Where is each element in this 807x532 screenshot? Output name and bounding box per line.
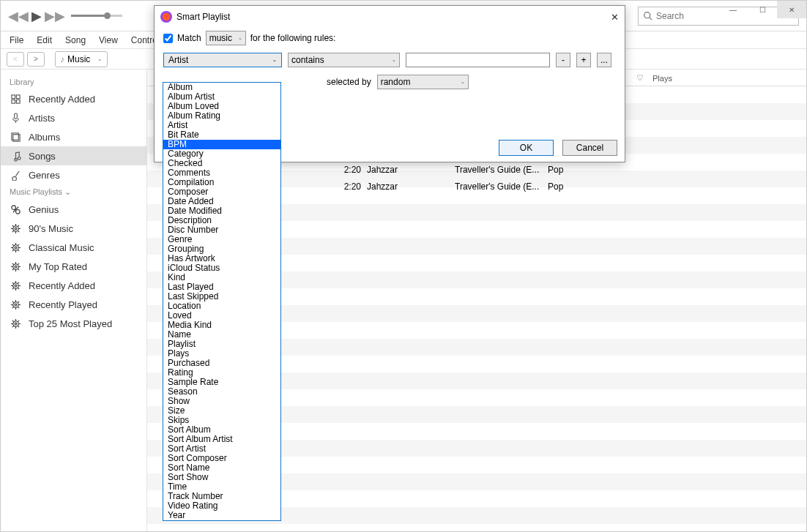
- window-maximize[interactable]: ☐: [748, 1, 777, 18]
- gear-icon: [10, 299, 21, 310]
- svg-point-14: [15, 247, 17, 249]
- library-picker[interactable]: ♪ Music ⌄: [55, 51, 108, 67]
- value-input[interactable]: [406, 53, 550, 67]
- window-minimize[interactable]: —: [718, 1, 748, 18]
- sidebar-playlists-header[interactable]: Music Playlists ⌄: [1, 184, 146, 200]
- chevron-down-icon: ⌄: [272, 57, 277, 63]
- svg-rect-4: [11, 100, 15, 103]
- gear-icon: [10, 222, 21, 234]
- svg-point-16: [15, 266, 17, 268]
- svg-line-1: [650, 18, 652, 20]
- ok-button[interactable]: OK: [499, 140, 554, 156]
- remove-rule-button[interactable]: -: [556, 53, 570, 67]
- gear-icon: [10, 241, 21, 253]
- music-note-icon: ♪: [60, 54, 64, 64]
- sidebar-item-label: Genres: [29, 170, 60, 181]
- match-checkbox[interactable]: [163, 34, 173, 43]
- cell-artist: Jahzzar: [367, 165, 455, 175]
- gear-icon: [10, 280, 21, 291]
- cell-genre: Pop: [548, 181, 592, 192]
- sidebar-item-label: Artists: [29, 113, 55, 124]
- itunes-icon: [160, 11, 172, 23]
- sidebar-item-my-top-rated[interactable]: My Top Rated: [1, 257, 146, 276]
- svg-point-9: [11, 205, 15, 209]
- sidebar-item-classical-music[interactable]: Classical Music: [1, 238, 146, 257]
- svg-point-11: [12, 225, 18, 231]
- sidebar-item-songs[interactable]: Songs: [1, 146, 146, 165]
- svg-rect-3: [16, 94, 20, 98]
- svg-rect-5: [16, 100, 20, 103]
- previous-icon[interactable]: ◀◀: [8, 8, 29, 24]
- sidebar-item-label: 90's Music: [29, 223, 73, 234]
- sidebar-item-label: Recently Added: [29, 280, 95, 291]
- sidebar-item-label: Top 25 Most Played: [29, 318, 112, 329]
- sidebar: Library Recently Added Artists Albums So…: [1, 70, 147, 531]
- sidebar-item-recently-added[interactable]: Recently Added: [1, 89, 146, 108]
- search-icon: [643, 11, 652, 20]
- guitar-icon: [10, 169, 21, 181]
- music-note-icon: [10, 150, 21, 162]
- sidebar-item-recently-played[interactable]: Recently Played: [1, 295, 146, 314]
- add-rule-button[interactable]: +: [576, 53, 591, 67]
- sidebar-item-label: Classical Music: [29, 242, 94, 253]
- gear-icon: [10, 318, 21, 329]
- chevron-down-icon: ⌄: [238, 35, 242, 41]
- sidebar-item-genius[interactable]: Genius: [1, 200, 146, 219]
- nav-back-button[interactable]: <: [7, 52, 24, 67]
- svg-point-18: [15, 285, 17, 287]
- svg-point-10: [15, 209, 20, 214]
- transport-controls: ◀◀ ▶ ▶▶: [8, 8, 65, 24]
- chevron-down-icon: ⌄: [461, 79, 465, 85]
- next-icon[interactable]: ▶▶: [45, 8, 65, 24]
- sidebar-item-label: Genius: [29, 204, 59, 215]
- nav-forward-button[interactable]: >: [27, 52, 45, 67]
- cell-genre: Pop: [548, 165, 592, 175]
- chevron-down-icon: ⌄: [64, 187, 71, 196]
- svg-point-15: [12, 263, 18, 269]
- menu-view[interactable]: View: [99, 35, 118, 45]
- sidebar-item-top-25-most-played[interactable]: Top 25 Most Played: [1, 314, 146, 333]
- menu-song[interactable]: Song: [65, 35, 86, 45]
- operator-select[interactable]: contains⌄: [288, 53, 400, 67]
- gear-icon: [10, 261, 21, 272]
- sidebar-item-recently-added[interactable]: Recently Added: [1, 276, 146, 295]
- sidebar-library-header: Library: [1, 75, 146, 89]
- match-row: Match music⌄ for the following rules:: [163, 31, 616, 45]
- sidebar-item-label: Recently Played: [29, 299, 97, 310]
- svg-point-13: [12, 244, 18, 250]
- window-buttons: — ☐ ✕: [718, 1, 806, 18]
- close-icon[interactable]: ✕: [611, 12, 619, 23]
- field-dropdown-list[interactable]: AlbumAlbum ArtistAlbum LovedAlbum Rating…: [163, 82, 281, 521]
- dropdown-option[interactable]: Year: [163, 511, 280, 520]
- col-plays[interactable]: Plays: [648, 74, 685, 83]
- grid-icon: [10, 93, 21, 105]
- albums-icon: [10, 131, 21, 143]
- dialog-titlebar: Smart Playlist ✕: [155, 6, 625, 28]
- rule-row: Artist⌄ contains⌄ - + ...: [163, 53, 616, 67]
- menu-edit[interactable]: Edit: [37, 35, 52, 45]
- svg-point-12: [15, 228, 17, 230]
- svg-rect-6: [14, 113, 17, 119]
- field-select[interactable]: Artist⌄: [163, 53, 282, 67]
- cell-album: Traveller's Guide (E...: [455, 181, 548, 192]
- dialog-title: Smart Playlist: [176, 12, 230, 22]
- match-type-select[interactable]: music⌄: [206, 31, 246, 45]
- sidebar-item-albums[interactable]: Albums: [1, 127, 146, 146]
- chevron-down-icon: ⌄: [392, 57, 396, 63]
- selected-by-label: selected by: [327, 77, 371, 87]
- heart-icon[interactable]: ♡: [636, 73, 644, 82]
- selected-by-select[interactable]: random⌄: [377, 75, 469, 89]
- menu-file[interactable]: File: [10, 35, 23, 45]
- genius-icon: [10, 203, 21, 215]
- svg-point-17: [12, 282, 18, 288]
- volume-slider[interactable]: [71, 15, 122, 17]
- sidebar-item-genres[interactable]: Genres: [1, 165, 146, 184]
- svg-point-22: [15, 323, 17, 325]
- svg-rect-2: [11, 94, 15, 98]
- cancel-button[interactable]: Cancel: [562, 140, 617, 156]
- play-icon[interactable]: ▶: [31, 8, 42, 24]
- window-close[interactable]: ✕: [777, 1, 806, 18]
- sidebar-item-90-s-music[interactable]: 90's Music: [1, 219, 146, 238]
- sidebar-item-artists[interactable]: Artists: [1, 108, 146, 127]
- subrule-button[interactable]: ...: [597, 53, 611, 67]
